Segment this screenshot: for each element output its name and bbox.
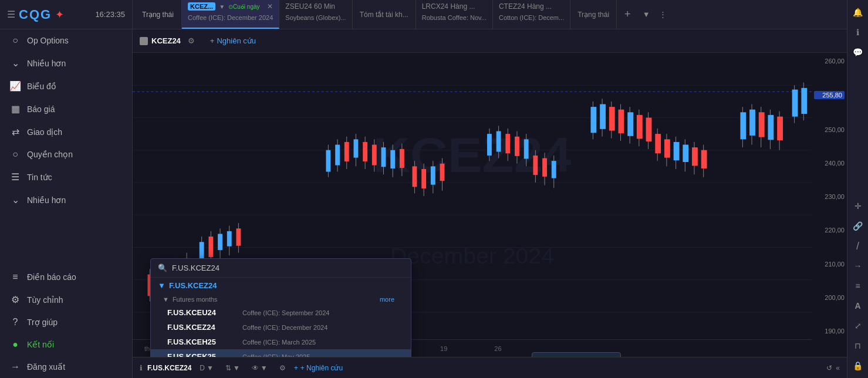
svg-rect-48 xyxy=(400,149,404,168)
research-button[interactable]: + Nghiên cứu xyxy=(210,36,256,45)
sidebar-item-dang-xuat[interactable]: → Đăng xuất xyxy=(0,356,132,378)
svg-rect-84 xyxy=(637,115,643,139)
sidebar-item-quyen-chon[interactable]: ○ Quyền chọn xyxy=(0,143,132,166)
trade-icon: ⇄ xyxy=(9,126,21,137)
sidebar-item-nhieu-hon-1[interactable]: ⌄ Nhiều hơn xyxy=(0,52,132,75)
collapse-icon[interactable]: ▼ xyxy=(158,281,166,290)
tab-ctez24[interactable]: CTEZ24 Hàng ... Cotton (ICE): Decem... xyxy=(493,0,570,29)
search-result-3[interactable]: F.US.KCEK25 Coffee (ICE): May 2025 xyxy=(151,349,411,357)
group-label: F.US.KCEZ24 xyxy=(169,281,217,290)
price-230: 230,00 xyxy=(814,193,845,200)
news-icon: ☰ xyxy=(9,171,21,183)
search-icon: 🔍 xyxy=(158,264,167,272)
tab-trang-thai[interactable]: Trạng thái xyxy=(135,0,182,29)
svg-rect-70 xyxy=(542,158,547,177)
result-symbol: F.US.KCEU24 xyxy=(167,308,238,317)
sidebar-item-label: Op Options xyxy=(27,36,69,45)
sidebar-item-label: Trợ giúp xyxy=(27,318,58,327)
tab-add-button[interactable]: + xyxy=(617,0,638,29)
sidebar-item-tuy-chinh[interactable]: ⚙ Tùy chỉnh xyxy=(0,288,132,311)
svg-rect-82 xyxy=(627,112,633,136)
search-result-0[interactable]: F.US.KCEU24 Coffee (ICE): September 2024 xyxy=(151,305,411,320)
text-button[interactable]: A xyxy=(849,297,867,315)
more-button[interactable]: more xyxy=(380,296,399,303)
svg-rect-76 xyxy=(600,104,606,129)
price-190: 190,00 xyxy=(814,328,845,335)
sidebar-item-tin-tuc[interactable]: ☰ Tin tức xyxy=(0,166,132,188)
tab-close-icon[interactable]: ✕ xyxy=(267,2,273,11)
logo: ☰ CQG ✦ xyxy=(7,7,64,22)
svg-rect-78 xyxy=(609,107,615,131)
tab-menu-button[interactable]: ⋮ xyxy=(654,10,671,19)
tab-trangthai2[interactable]: Trạng thái xyxy=(570,0,617,29)
svg-text:December 2024: December 2024 xyxy=(390,244,554,268)
undo-button[interactable]: ↺ xyxy=(826,364,832,372)
bottom-right-tools: ↺ « xyxy=(826,364,840,372)
svg-rect-68 xyxy=(533,156,538,175)
sidebar-item-tro-giup[interactable]: ? Trợ giúp xyxy=(0,311,132,333)
draw-line-button[interactable]: / xyxy=(849,237,867,255)
crosshair-button[interactable]: ✛ xyxy=(849,197,867,215)
tab-sublabel: Robusta Coffee: Nov... xyxy=(422,14,487,21)
search-result-1[interactable]: F.US.KCEZ24 Coffee (ICE): December 2024 xyxy=(151,320,411,335)
sidebar-item-label: Đăng xuất xyxy=(27,362,65,372)
sidebar-item-giao-dich[interactable]: ⇄ Giao dịch xyxy=(0,120,132,143)
sidebar-item-bieu-do[interactable]: 📈 Biểu đồ xyxy=(0,75,132,97)
subgroup-collapse-icon[interactable]: ▼ xyxy=(163,296,169,303)
sidebar-item-ket-noi[interactable]: ● Kết nối xyxy=(0,333,132,356)
search-result-2[interactable]: F.US.KCEH25 Coffee (ICE): March 2025 xyxy=(151,335,411,349)
chart-area[interactable]: KCEZ24 December 2024 xyxy=(133,53,847,357)
svg-rect-28 xyxy=(227,231,232,247)
link-button[interactable]: 🔗 xyxy=(849,217,867,235)
sidebar-item-bao-gia[interactable]: ▦ Báo giá xyxy=(0,97,132,120)
tab-label: LRCX24 Hàng ... xyxy=(422,2,475,11)
sidebar-item-nhieu-hon-2[interactable]: ⌄ Nhiều hơn xyxy=(0,188,132,211)
search-subgroup: ▼ Futures months more xyxy=(151,293,411,305)
info-icon[interactable]: ℹ xyxy=(140,364,143,372)
svg-rect-42 xyxy=(372,145,377,166)
tab-sublabel: Coffee (ICE): December 2024 xyxy=(188,14,273,21)
svg-rect-44 xyxy=(381,147,386,167)
right-panel: 🔔 ℹ 💬 ✛ 🔗 / → ≡ A ⤢ ⊓ 🔒 xyxy=(847,0,868,378)
search-input[interactable] xyxy=(172,264,404,272)
tab-kcez24[interactable]: KCEZ... ▼ ⊙Cuối ngày ✕ Coffee (ICE): Dec… xyxy=(182,0,279,29)
svg-rect-74 xyxy=(590,107,596,133)
collapse-button[interactable]: « xyxy=(836,364,840,372)
hamburger-icon[interactable]: ☰ xyxy=(7,9,15,20)
sidebar-item-op-options[interactable]: ○ Op Options xyxy=(0,29,132,52)
chat-button[interactable]: 💬 xyxy=(849,43,867,61)
chart-type-button[interactable]: ⇅ ▼ xyxy=(222,363,244,373)
chart-icon: 📈 xyxy=(9,80,21,92)
svg-rect-66 xyxy=(524,139,529,158)
result-desc: Coffee (ICE): March 2025 xyxy=(242,339,316,346)
price-250: 250,00 xyxy=(814,126,845,133)
tab-tomtat[interactable]: Tóm tắt tài kh... xyxy=(353,0,416,29)
visibility-button[interactable]: 👁 ▼ xyxy=(248,363,271,373)
tab-lrcx24[interactable]: LRCX24 Hàng ... Robusta Coffee: Nov... xyxy=(416,0,493,29)
subgroup-label: Futures months xyxy=(173,296,217,303)
svg-rect-46 xyxy=(390,150,395,168)
tab-dropdown-icon[interactable]: ▼ xyxy=(219,4,225,10)
tab-zseu24[interactable]: ZSEU24 60 Min Soybeans (Globex)... xyxy=(279,0,352,29)
menu-lines-button[interactable]: ≡ xyxy=(849,277,867,295)
svg-rect-96 xyxy=(692,147,698,166)
svg-rect-64 xyxy=(515,137,519,156)
info-button[interactable]: ℹ xyxy=(849,23,867,41)
sidebar-item-dien-bao-cao[interactable]: ≡ Điền báo cáo xyxy=(0,266,132,288)
bell-button[interactable]: 🔔 xyxy=(849,4,867,21)
bottom-research-button[interactable]: + + Nghiên cứu xyxy=(294,364,343,372)
svg-rect-108 xyxy=(777,117,783,141)
chart-settings-button[interactable]: ⚙ xyxy=(276,363,289,373)
lock-button[interactable]: 🔒 xyxy=(849,357,867,374)
svg-rect-62 xyxy=(505,134,510,153)
tab-sublabel: Soybeans (Globex)... xyxy=(285,14,346,21)
interval-button[interactable]: D ▼ xyxy=(196,363,217,373)
svg-rect-88 xyxy=(655,134,661,153)
arrow-button[interactable]: → xyxy=(849,257,867,275)
magnet-button[interactable]: ⊓ xyxy=(849,337,867,355)
expand-button[interactable]: ⤢ xyxy=(849,317,867,335)
tab-label: Trạng thái xyxy=(577,11,609,19)
tab-more-button[interactable]: ▼ xyxy=(638,0,654,29)
eye-icon: 👁 xyxy=(252,364,259,372)
symbol-settings-button[interactable]: ⚙ xyxy=(184,35,198,46)
